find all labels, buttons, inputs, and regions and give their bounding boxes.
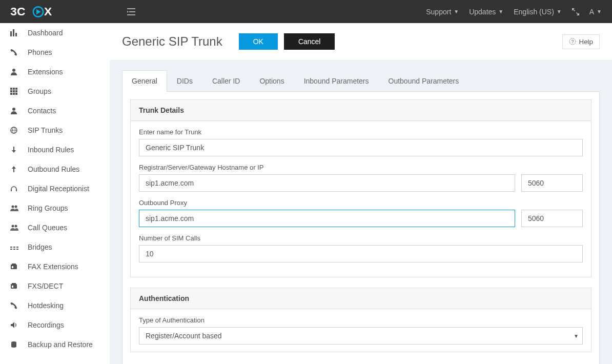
sidebar-item-sip-trunks[interactable]: SIP Trunks (0, 120, 110, 140)
outbound-proxy-label: Outbound Proxy (139, 199, 583, 207)
sidebar-item-label: Inbound Rules (28, 146, 74, 154)
bars-icon (10, 29, 19, 36)
page-title: Generic SIP Trunk (122, 34, 222, 49)
svg-rect-13 (15, 90, 17, 92)
auth-type-label: Type of Authentication (139, 316, 583, 324)
sidebar-item-phones[interactable]: Phones (0, 43, 110, 62)
sidebar-item-outbound-rules[interactable]: Outbound Rules (0, 159, 110, 179)
cancel-button[interactable]: Cancel (284, 33, 335, 50)
logo-icon: 3C X (10, 5, 55, 19)
svg-marker-2 (36, 9, 41, 14)
tab-caller-id[interactable]: Caller ID (202, 70, 250, 91)
svg-rect-36 (11, 284, 17, 289)
outbound-port-input[interactable] (521, 210, 583, 227)
tab-content: Trunk Details Enter name for Trunk Regis… (122, 92, 600, 364)
ok-button[interactable]: OK (239, 33, 278, 50)
tab-inbound-parameters[interactable]: Inbound Parameters (294, 70, 379, 91)
page-header: Generic SIP Trunk OK Cancel ? Help (110, 23, 612, 60)
svg-rect-21 (11, 189, 12, 191)
sidebar-item-fax-extensions[interactable]: FAX Extensions (0, 257, 110, 276)
svg-point-39 (11, 341, 16, 343)
sidebar-item-label: Call Queues (28, 224, 67, 232)
registrar-port-input[interactable] (521, 174, 583, 192)
sidebar-item-label: Recordings (28, 321, 64, 329)
help-button[interactable]: ? Help (562, 34, 600, 49)
tab-outbound-parameters[interactable]: Outbound Parameters (379, 70, 469, 91)
sidebar-item-contacts[interactable]: Contacts (0, 101, 110, 120)
sim-calls-input[interactable] (139, 245, 583, 262)
updates-menu[interactable]: Updates ▼ (469, 8, 503, 16)
caret-down-icon: ▼ (454, 9, 459, 14)
svg-text:?: ? (571, 39, 574, 44)
svg-point-7 (12, 69, 15, 72)
up-icon (10, 166, 19, 173)
sidebar-item-label: Phones (28, 48, 52, 56)
sidebar-item-label: Groups (28, 87, 51, 95)
svg-text:3C: 3C (10, 5, 25, 18)
sidebar-item-label: Backup and Restore (28, 340, 93, 349)
sidebar-item-inbound-rules[interactable]: Inbound Rules (0, 140, 110, 159)
phone-icon (10, 302, 19, 309)
sidebar-item-recordings[interactable]: Recordings (0, 315, 110, 335)
panel-header: Authentication (131, 288, 591, 309)
svg-rect-30 (10, 249, 12, 250)
sidebar-item-digital-receptionist[interactable]: Digital Receptionist (0, 179, 110, 198)
panel-header: Trunk Details (131, 100, 591, 121)
topbar-right: Support▼ Updates ▼ English (US) ▼ A ▼ (426, 8, 602, 16)
registrar-label: Registrar/Server/Gateway Hostname or IP (139, 164, 583, 171)
topbar: 3C X Support▼ Updates ▼ English (US) ▼ A… (0, 0, 612, 23)
sidebar-item-extensions[interactable]: Extensions (0, 62, 110, 82)
user-icon (10, 107, 19, 114)
svg-point-23 (12, 206, 14, 208)
sidebar-item-label: SIP Trunks (28, 126, 63, 134)
svg-rect-31 (13, 249, 15, 250)
svg-rect-16 (15, 93, 17, 95)
trunk-details-panel: Trunk Details Enter name for Trunk Regis… (130, 99, 591, 277)
sidebar-item-label: Outbound Rules (28, 165, 79, 173)
sidebar-item-groups[interactable]: Groups (0, 82, 110, 101)
outbound-proxy-input[interactable] (139, 210, 515, 227)
sidebar-item-backup-and-restore[interactable]: Backup and Restore (0, 335, 110, 354)
users-icon (10, 205, 19, 212)
svg-rect-11 (10, 90, 12, 92)
registrar-input[interactable] (139, 174, 515, 192)
logo: 3C X (10, 5, 55, 19)
trunk-name-input[interactable] (139, 139, 583, 156)
user-menu[interactable]: A ▼ (589, 8, 602, 16)
tabs: GeneralDIDsCaller IDOptionsInbound Param… (122, 70, 600, 92)
svg-rect-29 (16, 247, 18, 248)
sidebar: DashboardPhonesExtensionsGroupsContactsS… (0, 23, 110, 364)
headset-icon (10, 185, 19, 192)
tab-general[interactable]: General (122, 70, 167, 92)
svg-point-26 (15, 225, 17, 228)
sidebar-item-label: Contacts (28, 107, 56, 115)
tab-dids[interactable]: DIDs (167, 70, 202, 91)
sidebar-item-call-queues[interactable]: Call Queues (0, 218, 110, 237)
language-menu[interactable]: English (US) ▼ (514, 8, 562, 16)
vol-icon (10, 321, 19, 329)
bridge-icon (10, 244, 19, 251)
sidebar-item-dashboard[interactable]: Dashboard (0, 23, 110, 43)
sidebar-item-hotdesking[interactable]: Hotdesking (0, 296, 110, 315)
support-menu[interactable]: Support▼ (426, 8, 459, 16)
help-icon: ? (569, 38, 576, 45)
sidebar-item-label: FXS/DECT (28, 282, 63, 290)
svg-rect-38 (12, 286, 13, 288)
sidebar-item-ring-groups[interactable]: Ring Groups (0, 198, 110, 218)
sidebar-item-bridges[interactable]: Bridges (0, 237, 110, 257)
grid-icon (10, 88, 19, 95)
users-icon (10, 224, 19, 231)
sidebar-toggle-icon[interactable] (127, 8, 135, 15)
tab-options[interactable]: Options (250, 70, 294, 91)
svg-point-24 (15, 206, 17, 208)
auth-type-select[interactable] (139, 327, 583, 345)
sidebar-item-label: Digital Receptionist (28, 185, 89, 193)
sidebar-item-fxs-dect[interactable]: FXS/DECT (0, 276, 110, 296)
svg-rect-35 (12, 266, 13, 268)
svg-rect-5 (13, 29, 14, 36)
sim-calls-label: Number of SIM Calls (139, 234, 583, 242)
sidebar-item-label: Bridges (28, 243, 52, 251)
svg-rect-15 (13, 93, 15, 95)
fullscreen-icon[interactable] (572, 8, 579, 15)
svg-rect-6 (15, 33, 17, 36)
